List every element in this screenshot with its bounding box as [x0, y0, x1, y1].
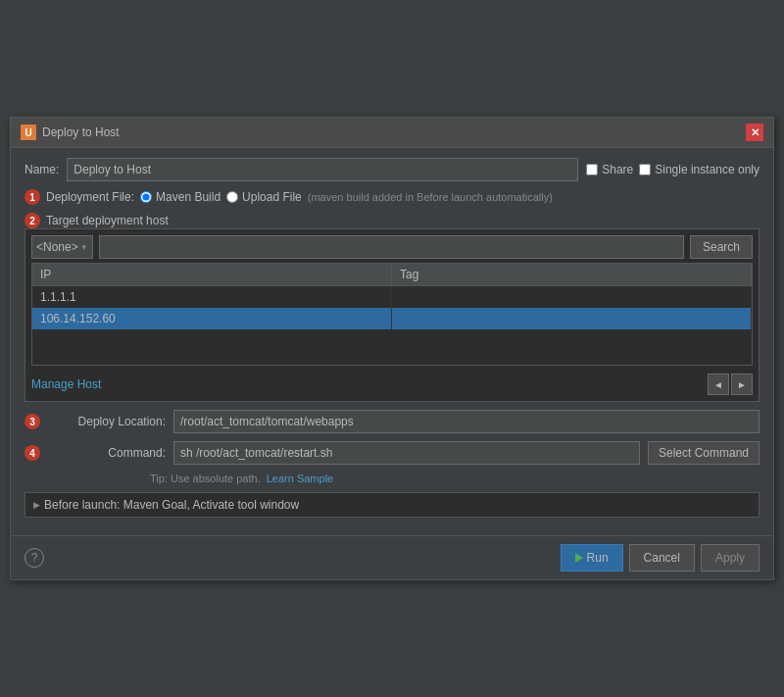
- command-row: 4 Command: Select Command: [24, 441, 760, 465]
- before-launch-section: ▶ Before launch: Maven Goal, Activate to…: [24, 492, 760, 518]
- deployment-file-row: 1 Deployment File: Maven Build Upload Fi…: [24, 189, 760, 205]
- step-badge-4: 4: [24, 445, 40, 461]
- deployment-file-label: Deployment File:: [46, 190, 134, 204]
- share-checkbox-label[interactable]: Share: [586, 163, 633, 176]
- step-badge-3: 3: [24, 414, 40, 429]
- target-section-wrapper: 2 Target deployment host <None> ▼ Search…: [24, 213, 760, 402]
- dialog-body: Name: Share Single instance only 1 Deplo…: [11, 148, 773, 535]
- tip-row: Tip: Use absolute path. Learn Sample: [24, 473, 760, 484]
- tag-cell: [392, 308, 752, 329]
- deployment-hint: (maven build added in Before launch auto…: [308, 191, 553, 203]
- target-section: <None> ▼ Search IP Tag 1.1.1.1: [24, 228, 760, 402]
- target-section-header: 2 Target deployment host: [24, 213, 760, 228]
- table-header: IP Tag: [32, 264, 752, 286]
- single-instance-label: Single instance only: [655, 163, 760, 176]
- title-bar-left: U Deploy to Host: [21, 124, 120, 140]
- target-section-label: Target deployment host: [46, 214, 169, 227]
- host-search-input[interactable]: [99, 235, 684, 259]
- expand-arrow-icon: ▶: [33, 500, 40, 510]
- nav-buttons: ◄ ►: [708, 373, 753, 395]
- dropdown-label: <None>: [36, 240, 78, 254]
- cancel-button[interactable]: Cancel: [629, 544, 695, 572]
- deploy-location-input[interactable]: [173, 410, 760, 433]
- name-row: Name: Share Single instance only: [24, 158, 760, 181]
- ip-cell: 106.14.152.60: [32, 308, 392, 329]
- deploy-location-label: Deploy Location:: [48, 415, 166, 428]
- name-input[interactable]: [67, 158, 578, 181]
- maven-build-text: Maven Build: [156, 190, 220, 204]
- manage-host-row: Manage Host ◄ ►: [31, 373, 753, 395]
- upload-file-text: Upload File: [242, 190, 302, 204]
- prev-button[interactable]: ◄: [708, 373, 729, 395]
- before-launch-header[interactable]: ▶ Before launch: Maven Goal, Activate to…: [33, 498, 751, 512]
- ip-cell: 1.1.1.1: [32, 286, 392, 308]
- deploy-location-row: 3 Deploy Location:: [24, 410, 760, 433]
- table-body: 1.1.1.1 106.14.152.60: [32, 286, 752, 365]
- run-label: Run: [587, 551, 609, 565]
- target-row: <None> ▼ Search: [31, 235, 753, 259]
- deploy-to-host-dialog: U Deploy to Host ✕ Name: Share Single in…: [10, 117, 774, 580]
- search-button[interactable]: Search: [690, 235, 753, 259]
- upload-file-radio-label[interactable]: Upload File: [226, 190, 302, 204]
- step-badge-1: 1: [24, 189, 40, 205]
- single-instance-checkbox-label[interactable]: Single instance only: [639, 163, 760, 176]
- upload-file-radio[interactable]: [226, 191, 238, 203]
- table-row[interactable]: 1.1.1.1: [32, 286, 752, 308]
- apply-button[interactable]: Apply: [701, 544, 760, 572]
- share-checkbox[interactable]: [586, 164, 598, 175]
- none-dropdown[interactable]: <None> ▼: [31, 235, 93, 259]
- name-label: Name:: [24, 163, 59, 176]
- step-badge-2: 2: [24, 213, 40, 228]
- command-input[interactable]: [173, 441, 640, 465]
- tag-cell: [392, 286, 752, 308]
- host-table: IP Tag 1.1.1.1 106.14.152.60: [31, 263, 753, 366]
- run-triangle-icon: [575, 553, 583, 563]
- help-button[interactable]: ?: [24, 548, 44, 568]
- share-label: Share: [602, 163, 633, 176]
- maven-build-radio-label[interactable]: Maven Build: [140, 190, 220, 204]
- dialog-title: Deploy to Host: [42, 125, 120, 139]
- ip-header: IP: [32, 264, 392, 285]
- tag-header: Tag: [392, 264, 752, 285]
- single-instance-checkbox[interactable]: [639, 164, 651, 175]
- tip-text: Tip: Use absolute path.: [150, 473, 261, 484]
- run-button[interactable]: Run: [561, 544, 623, 572]
- table-row[interactable]: 106.14.152.60: [32, 308, 752, 329]
- learn-sample-link[interactable]: Learn Sample: [267, 473, 334, 484]
- before-launch-text: Before launch: Maven Goal, Activate tool…: [44, 498, 299, 512]
- bottom-bar: ? Run Cancel Apply: [11, 535, 773, 579]
- command-label: Command:: [48, 446, 166, 460]
- app-icon: U: [21, 124, 36, 140]
- maven-build-radio[interactable]: [140, 191, 152, 203]
- close-button[interactable]: ✕: [746, 124, 763, 141]
- chevron-down-icon: ▼: [80, 243, 88, 252]
- manage-host-link[interactable]: Manage Host: [31, 377, 101, 391]
- select-command-button[interactable]: Select Command: [648, 441, 760, 465]
- title-bar: U Deploy to Host ✕: [11, 118, 773, 148]
- next-button[interactable]: ►: [731, 373, 753, 395]
- name-right-options: Share Single instance only: [586, 163, 760, 176]
